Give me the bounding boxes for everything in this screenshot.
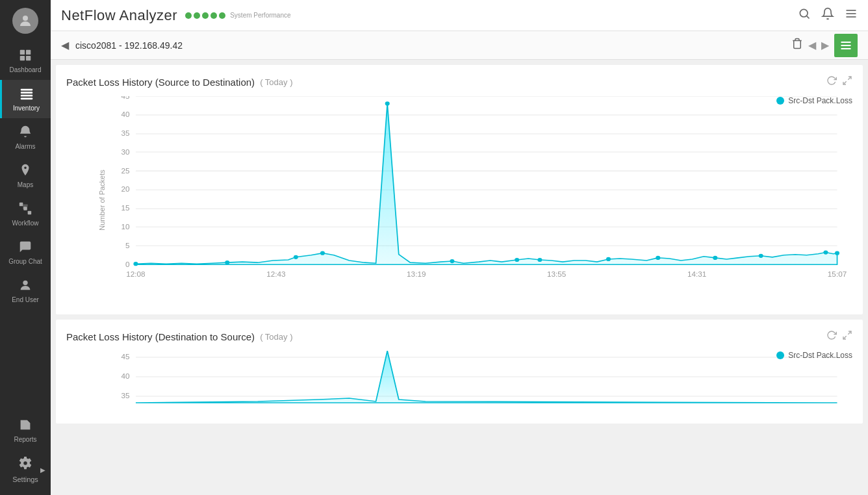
svg-text:13:55: 13:55: [547, 271, 566, 278]
sidebar-item-inventory[interactable]: Inventory: [0, 80, 51, 118]
svg-line-17: [807, 16, 810, 19]
sidebar-item-label: Dashboard: [10, 66, 42, 73]
svg-text:10: 10: [121, 223, 130, 231]
svg-rect-1: [20, 50, 25, 55]
chart2-refresh-icon[interactable]: [826, 330, 837, 343]
data-point: [713, 256, 717, 260]
svg-text:25: 25: [121, 168, 130, 175]
sidebar-item-dashboard[interactable]: Dashboard: [0, 42, 51, 80]
chart1-title: Packet Loss History (Source to Destinati…: [66, 77, 255, 88]
menu-green-button[interactable]: [834, 34, 858, 57]
bell-icon[interactable]: [821, 7, 834, 23]
search-icon[interactable]: [798, 7, 811, 23]
maps-icon: [18, 163, 32, 179]
delete-icon[interactable]: [791, 38, 803, 53]
sidebar-item-label: Inventory: [13, 105, 40, 112]
prev-arrow-icon[interactable]: ◀: [808, 39, 816, 51]
chart1-expand-icon[interactable]: [842, 75, 852, 88]
svg-text:40: 40: [121, 373, 129, 380]
main-content: NetFlow Analyzer System Performance ◀ ci…: [51, 0, 868, 495]
sidebar-item-reports[interactable]: Reports: [0, 411, 51, 450]
svg-line-24: [848, 77, 851, 80]
status-dot-5: [219, 12, 225, 19]
dashboard-icon: [18, 48, 32, 64]
sidebar-item-maps[interactable]: Maps: [0, 157, 51, 195]
svg-text:45: 45: [121, 96, 130, 100]
status-dot-3: [202, 12, 209, 19]
data-point: [450, 259, 454, 263]
svg-rect-6: [20, 92, 32, 94]
svg-text:15: 15: [121, 205, 130, 212]
svg-rect-7: [20, 95, 32, 97]
data-point: [835, 251, 839, 255]
sidebar-item-label: Workflow: [12, 220, 39, 227]
chart1-legend: Src-Dst Pack.Loss: [776, 96, 852, 105]
svg-line-53: [843, 336, 847, 339]
chart2-container: Src-Dst Pack.Loss 35 40 45: [105, 351, 852, 416]
avatar[interactable]: [12, 8, 38, 34]
chart2-subtitle: ( Today ): [260, 332, 292, 342]
svg-rect-9: [19, 203, 23, 207]
svg-text:12:08: 12:08: [126, 271, 145, 278]
chart2-legend: Src-Dst Pack.Loss: [776, 351, 852, 360]
svg-text:14:31: 14:31: [687, 271, 706, 278]
chart2-header: Packet Loss History (Destination to Sour…: [66, 330, 852, 343]
svg-point-16: [800, 9, 808, 17]
sidebar-item-label: Maps: [18, 181, 33, 188]
svg-text:45: 45: [121, 353, 129, 361]
svg-text:20: 20: [121, 186, 130, 193]
chart1-y-label: Number of Packets: [98, 170, 106, 231]
svg-text:35: 35: [121, 392, 129, 400]
chart1-area-path: [136, 103, 837, 264]
svg-text:5: 5: [125, 242, 130, 249]
chart2-svg: 35 40 45: [105, 351, 852, 409]
svg-text:35: 35: [121, 130, 130, 137]
topbar-actions: [798, 7, 858, 23]
data-point: [515, 258, 519, 262]
sidebar-settings-label: Settings: [12, 476, 38, 483]
svg-rect-4: [26, 56, 31, 60]
sidebar-item-label: Alarms: [15, 143, 35, 150]
data-point: [606, 257, 611, 261]
next-arrow-icon[interactable]: ▶: [821, 39, 829, 51]
data-point: [320, 251, 325, 255]
chart1-actions: [826, 75, 852, 88]
svg-text:30: 30: [121, 149, 130, 156]
legend-dot-2: [776, 351, 784, 359]
svg-text:0: 0: [125, 261, 130, 268]
chart2-expand-icon[interactable]: [842, 330, 852, 343]
chart1-subtitle: ( Today ): [260, 77, 292, 87]
status-dot-2: [194, 12, 200, 19]
svg-rect-5: [20, 89, 32, 91]
data-point: [759, 254, 763, 258]
sidebar-item-alarms[interactable]: Alarms: [0, 118, 51, 157]
svg-text:40: 40: [121, 111, 130, 118]
back-arrow-icon[interactable]: ◀: [61, 39, 69, 51]
data-point: [294, 255, 298, 259]
chart1-header: Packet Loss History (Source to Destinati…: [66, 75, 852, 88]
sidebar-item-group-chat[interactable]: Group Chat: [0, 233, 51, 272]
svg-text:15:07: 15:07: [828, 271, 847, 278]
data-point: [656, 256, 660, 260]
sidebar-reports-label: Reports: [14, 436, 36, 443]
sidebar-item-workflow[interactable]: Workflow: [0, 195, 51, 233]
alarms-icon: [18, 125, 32, 141]
chart1-refresh-icon[interactable]: [826, 75, 837, 88]
svg-point-0: [23, 16, 28, 21]
chart2-actions: [826, 330, 852, 343]
group-chat-icon: [18, 240, 32, 256]
chart2-title: Packet Loss History (Destination to Sour…: [66, 331, 255, 342]
chart1-legend-label: Src-Dst Pack.Loss: [788, 96, 852, 105]
sidebar-item-end-user[interactable]: End User: [0, 272, 51, 310]
content-area: Packet Loss History (Source to Destinati…: [51, 60, 868, 495]
data-point: [133, 262, 138, 266]
sidebar-item-settings[interactable]: Settings ▶: [0, 450, 51, 490]
workflow-icon: [18, 201, 32, 218]
menu-icon[interactable]: [845, 7, 858, 23]
data-point: [225, 260, 229, 264]
status-dot-4: [211, 12, 217, 19]
subheader-actions: ◀ ▶: [791, 34, 858, 57]
data-point: [385, 101, 390, 105]
subheader: ◀ cisco2081 - 192.168.49.42 ◀ ▶: [51, 31, 868, 60]
status-dot-1: [185, 12, 192, 19]
